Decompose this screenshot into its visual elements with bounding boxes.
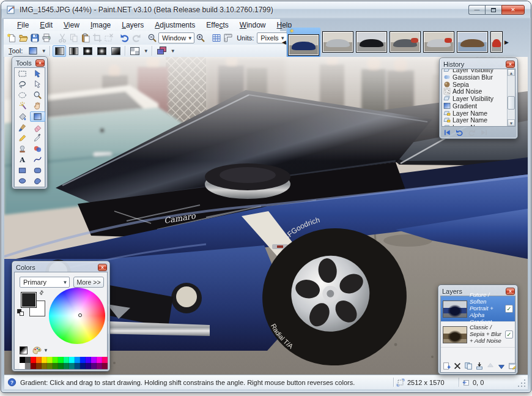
move-layer-up-button[interactable] — [486, 361, 495, 371]
layer-visible-checkbox[interactable]: ✓ — [505, 331, 513, 338]
history-fastforward-button[interactable] — [479, 128, 489, 136]
history-scrollbar[interactable]: ▲ ▼ — [507, 69, 515, 126]
menu-adjustments[interactable]: Adjustments — [150, 20, 200, 31]
palette-swatch[interactable] — [36, 357, 42, 363]
palette-swatch[interactable] — [47, 357, 53, 363]
thumbnail-black-coupe[interactable] — [356, 31, 387, 53]
thumbnail-tabby-cat[interactable] — [457, 31, 488, 53]
primary-color-swatch[interactable] — [21, 292, 37, 308]
tool-rectangle[interactable] — [15, 165, 30, 176]
menu-effects[interactable]: Effects — [201, 20, 233, 31]
palette-swatch[interactable] — [86, 363, 91, 369]
move-layer-down-button[interactable] — [497, 361, 506, 371]
palette-swatch[interactable] — [20, 357, 25, 363]
tool-color-picker[interactable] — [30, 133, 45, 144]
history-redo-button[interactable] — [467, 128, 477, 136]
menu-view[interactable]: View — [59, 20, 84, 31]
history-item[interactable]: Add Noise — [443, 88, 507, 95]
palette-swatch[interactable] — [64, 357, 69, 363]
tool-paint-bucket[interactable] — [15, 111, 30, 122]
menu-window[interactable]: Window — [235, 20, 271, 31]
undo-button[interactable] — [119, 32, 130, 44]
palette-swatch[interactable] — [42, 363, 47, 369]
palette-swatch[interactable] — [31, 363, 36, 369]
palette-swatch[interactable] — [53, 357, 58, 363]
palette-swatch[interactable] — [58, 363, 64, 369]
zoom-in-button[interactable] — [195, 32, 206, 44]
palette-swatch[interactable] — [31, 357, 36, 363]
reset-colors-icon[interactable] — [17, 309, 24, 316]
chevron-down-icon[interactable]: ▼ — [40, 45, 47, 57]
history-rewind-button[interactable] — [442, 128, 453, 136]
diamond-gradient-button[interactable] — [81, 45, 94, 57]
menu-image[interactable]: Image — [86, 20, 116, 31]
copy-button[interactable] — [68, 32, 79, 44]
palette-swatch[interactable] — [102, 363, 108, 369]
palette-swatch[interactable] — [36, 363, 42, 369]
tool-line-curve[interactable] — [30, 154, 45, 165]
palette-swatch[interactable] — [58, 357, 64, 363]
palette-swatch[interactable] — [25, 363, 31, 369]
resize-grip[interactable] — [518, 378, 526, 387]
history-item[interactable]: Layer Name — [443, 110, 507, 117]
add-layer-button[interactable] — [441, 361, 451, 371]
history-close-icon[interactable]: x — [506, 61, 515, 68]
redo-button[interactable] — [131, 32, 142, 44]
deselect-button[interactable] — [103, 32, 114, 44]
palette-swatch[interactable] — [97, 363, 102, 369]
palette-swatch[interactable] — [42, 357, 47, 363]
layer-row[interactable]: Classic / Sepia + Blur + Add Noise✓ — [441, 322, 515, 348]
tool-freeform-shape[interactable] — [30, 176, 45, 187]
linear-gradient-button[interactable] — [53, 45, 66, 57]
chevron-down-icon[interactable]: ▼ — [43, 348, 48, 353]
history-item[interactable]: Layer Name — [443, 117, 507, 124]
tool-eraser[interactable] — [30, 122, 45, 133]
more-button[interactable]: More >> — [73, 277, 104, 288]
zoom-level-combo[interactable]: Window▼ — [158, 32, 194, 43]
palette-swatch[interactable] — [80, 363, 86, 369]
linear-reflected-gradient-button[interactable] — [67, 45, 80, 57]
new-image-button[interactable] — [6, 32, 17, 44]
alpha-blend-button[interactable] — [155, 45, 169, 57]
palette-swatch[interactable] — [80, 357, 86, 363]
palette-swatch[interactable] — [86, 357, 91, 363]
duplicate-layer-button[interactable] — [464, 361, 473, 371]
tool-move-selected-pixels[interactable] — [30, 68, 45, 79]
palette-swatch[interactable] — [75, 357, 80, 363]
paste-button[interactable] — [80, 32, 91, 44]
menu-edit[interactable]: Edit — [35, 20, 57, 31]
thumbnails-scroll-right-icon[interactable]: ▶ — [504, 39, 509, 45]
close-button[interactable]: ✕ — [501, 5, 525, 15]
history-item[interactable]: Gaussian Blur — [443, 73, 507, 81]
palette-swatch[interactable] — [91, 363, 97, 369]
thumbnails-scroll-left-icon[interactable]: ◀ — [281, 39, 287, 45]
palette-swatch[interactable] — [97, 357, 102, 363]
open-button[interactable] — [18, 32, 29, 44]
tool-text[interactable]: A — [15, 154, 30, 165]
palette-menu-icon[interactable] — [32, 345, 42, 354]
grid-toggle-button[interactable] — [211, 32, 222, 44]
tool-ellipse[interactable] — [15, 176, 30, 187]
rulers-toggle-button[interactable] — [223, 32, 234, 44]
swap-colors-icon[interactable]: ⇄ — [38, 289, 45, 296]
history-item[interactable]: Gradient — [443, 102, 507, 110]
print-button[interactable] — [41, 32, 52, 44]
tool-pan[interactable] — [30, 100, 45, 111]
palette-swatch[interactable] — [64, 363, 69, 369]
tool-paintbrush[interactable] — [15, 122, 30, 133]
tool-gradient[interactable] — [30, 111, 45, 122]
palette-swatch[interactable] — [47, 363, 53, 369]
maximize-button[interactable] — [485, 5, 501, 15]
palette-swatch[interactable] — [20, 363, 25, 369]
minimize-button[interactable]: — — [468, 5, 485, 15]
tool-move-selection[interactable] — [30, 79, 45, 90]
palette-swatch[interactable] — [69, 363, 75, 369]
tool-rectangle-select[interactable] — [15, 68, 30, 79]
conical-gradient-button[interactable] — [109, 45, 122, 57]
palette-swatch[interactable] — [25, 357, 31, 363]
thumbnail-silver-coupe-red-car[interactable] — [423, 31, 454, 53]
tools-close-icon[interactable]: x — [35, 59, 45, 67]
palette-swatch[interactable] — [53, 363, 58, 369]
crop-button[interactable] — [92, 32, 103, 44]
layer-row[interactable]: Future / Soften Portrait + Alpha Gradien… — [441, 296, 515, 322]
